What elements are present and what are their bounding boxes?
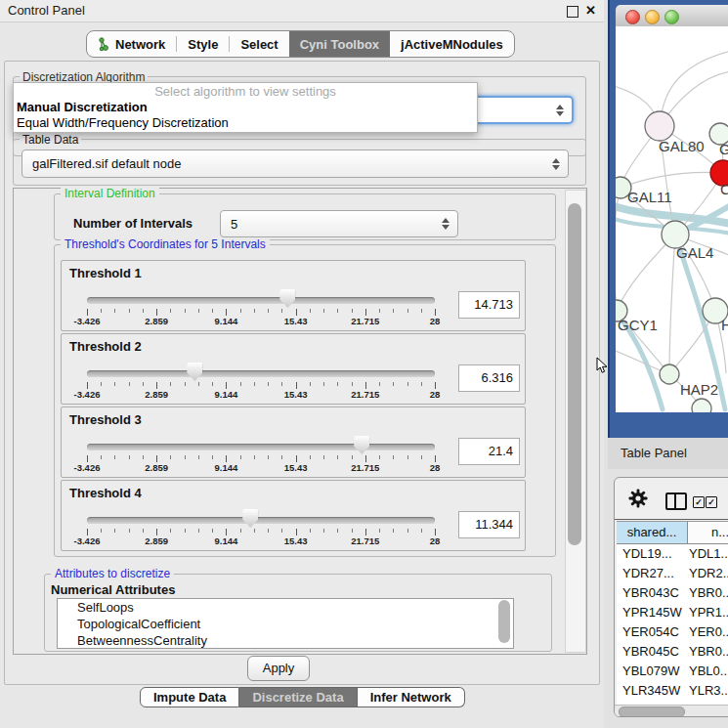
gear-icon[interactable] (628, 489, 648, 508)
column-header-name[interactable]: n... (688, 522, 728, 543)
threshold-1-value[interactable]: 14.713 (458, 291, 520, 319)
checkbox-icon[interactable]: ✓ (693, 496, 705, 508)
node-gal80[interactable] (645, 111, 674, 141)
cell: YPR1... (689, 603, 728, 622)
threshold-4-slider[interactable]: -3.4262.8599.14415.4321.71528 (87, 481, 435, 550)
table-row[interactable]: YDR27...YDR2... (617, 564, 728, 583)
horizontal-scrollbar-thumb[interactable] (619, 707, 685, 717)
mouse-cursor (596, 357, 609, 374)
threshold-1-slider[interactable]: -3.4262.8599.14415.4321.71528 (87, 261, 435, 330)
toolbar-separator (615, 519, 728, 520)
slider-thumb[interactable] (354, 436, 369, 454)
table-row[interactable]: YPR145WYPR1... (617, 603, 728, 622)
close-icon[interactable]: ✕ (585, 3, 596, 19)
cell: YBR0... (689, 642, 728, 662)
tab-jactivemnodules[interactable]: jActiveMNodules (390, 31, 514, 57)
slider-thumb[interactable] (187, 363, 202, 381)
threshold-2-slider[interactable]: -3.4262.8599.14415.4321.71528 (87, 334, 435, 404)
slider-tick-labels: -3.4262.8599.14415.4321.71528 (87, 535, 435, 547)
tick-label: 15.43 (284, 535, 308, 546)
dropdown-option-manual[interactable]: Manual Discretization (14, 100, 477, 115)
threshold-1-panel: Threshold 1 -3.4262.8599.14415.4321.7152… (61, 260, 526, 331)
threshold-4-panel: Threshold 4 -3.4262.8599.14415.4321.7152… (61, 480, 526, 551)
node-bottom[interactable] (692, 399, 711, 412)
edge (617, 235, 675, 311)
table-row[interactable]: YLR345WYLR3... (617, 681, 728, 701)
threshold-3-slider[interactable]: -3.4262.8599.14415.4321.71528 (87, 407, 435, 477)
spinner-up-down-icon[interactable] (554, 105, 565, 116)
table-row[interactable]: YBL079WYBL0... (617, 662, 728, 681)
column-layout-icon[interactable] (665, 492, 687, 510)
cell: YER054C (622, 622, 679, 642)
list-item[interactable]: SelfLoops (58, 599, 513, 616)
tab-infer-network[interactable]: Infer Network (358, 687, 465, 707)
node-label-hap2: HAP2 (680, 381, 718, 398)
cell: YDL1... (689, 544, 728, 564)
minimize-traffic-light-icon[interactable] (645, 10, 660, 24)
tab-impute-data[interactable]: Impute Data (140, 687, 239, 707)
slider-thumb[interactable] (279, 289, 295, 308)
cell: YER0... (689, 622, 728, 642)
algorithm-dropdown-popup: Select algorithm to view settings Manual… (13, 82, 478, 133)
number-of-intervals-label: Number of Intervals (73, 216, 193, 231)
cell: YBL079W (622, 662, 680, 681)
slider-track[interactable] (87, 370, 435, 377)
vertical-scrollbar-thumb[interactable] (568, 203, 581, 545)
dropdown-option-equal-width[interactable]: Equal Width/Frequency Discretization (14, 115, 477, 131)
network-canvas[interactable]: GAL80 GA C GAL11 GAL4 GCY1 H HAP2 (616, 26, 728, 412)
slider-thumb[interactable] (242, 509, 258, 528)
list-item[interactable]: BetweennessCentrality (58, 632, 513, 649)
tick-label: 21.715 (351, 462, 379, 473)
slider-major-ticks (87, 382, 436, 389)
tick-label: 21.715 (351, 316, 379, 326)
slider-track[interactable] (87, 517, 435, 524)
table-row[interactable]: YER054CYER0... (617, 622, 728, 642)
tab-style[interactable]: Style (177, 31, 229, 57)
slider-track[interactable] (87, 297, 435, 304)
table-data-combobox[interactable]: galFiltered.sif default node (21, 150, 569, 178)
cell: YDR2... (689, 564, 728, 583)
tick-label: 28 (430, 462, 441, 473)
list-item[interactable]: TopologicalCoefficient (58, 616, 513, 632)
number-of-intervals-combobox[interactable]: 5 (220, 210, 458, 237)
float-window-icon[interactable] (567, 6, 578, 18)
threshold-2-value[interactable]: 6.316 (458, 364, 520, 392)
attributes-list[interactable]: SelfLoops TopologicalCoefficient Between… (57, 598, 514, 649)
table-row[interactable]: YDL19...YDL1... (617, 544, 728, 564)
tab-discretize-data[interactable]: Discretize Data (239, 687, 357, 707)
tab-select[interactable]: Select (230, 31, 288, 57)
table-row[interactable]: YBR043CYBR0... (617, 583, 728, 603)
spinner-up-down-icon[interactable] (440, 218, 450, 230)
cell: YBR045C (622, 642, 679, 662)
tab-network[interactable]: Network (87, 31, 176, 57)
network-window-titlebar (616, 5, 728, 27)
threshold-3-value[interactable]: 21.4 (458, 438, 520, 465)
tick-label: -3.426 (74, 316, 101, 326)
list-scrollbar-thumb[interactable] (498, 600, 510, 643)
tick-label: 9.144 (215, 389, 238, 400)
tab-cyni-toolbox[interactable]: Cyni Toolbox (289, 31, 390, 57)
slider-track[interactable] (87, 444, 435, 450)
tick-label: 21.715 (351, 389, 379, 400)
close-traffic-light-icon[interactable] (625, 10, 640, 24)
tick-label: 2.859 (145, 316, 168, 326)
node-hap2[interactable] (660, 364, 679, 384)
slider-major-ticks (87, 455, 436, 462)
tab-style-label: Style (188, 37, 218, 52)
checkbox-icon[interactable]: ✓ (706, 496, 717, 508)
interval-definition-title: Interval Definition (61, 188, 159, 200)
column-header-shared[interactable]: shared... (617, 522, 688, 543)
tab-cyni-label: Cyni Toolbox (300, 37, 379, 52)
spinner-up-down-icon[interactable] (550, 158, 561, 170)
panel-title: Control Panel (8, 0, 85, 21)
node-label-gcy1: GCY1 (618, 317, 658, 333)
table-row[interactable]: YBR045CYBR0... (617, 642, 728, 662)
table-panel-bar: Table Panel (608, 438, 728, 469)
cell: YBR043C (622, 583, 679, 603)
threshold-4-value[interactable]: 11.344 (458, 511, 520, 538)
zoom-traffic-light-icon[interactable] (664, 10, 679, 24)
horizontal-scrollbar[interactable] (615, 705, 728, 717)
table-header-row: shared... n... (617, 521, 728, 544)
dropdown-prompt-item[interactable]: Select algorithm to view settings (14, 83, 477, 100)
apply-button[interactable]: Apply (247, 656, 310, 681)
